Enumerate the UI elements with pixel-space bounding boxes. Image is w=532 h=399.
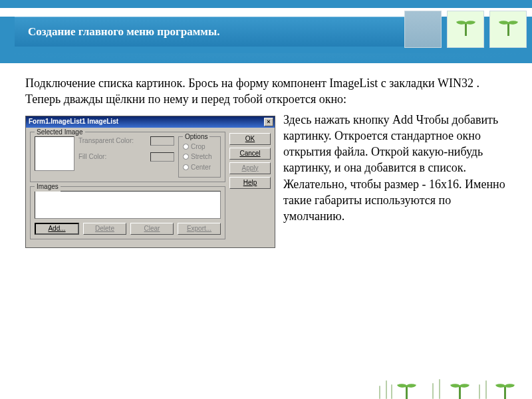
intro-text: Подключение списка картинок. Брось на фо… [25,75,512,108]
option-center[interactable]: Center [183,163,216,172]
title-ribbon: Создание главного меню программы. [15,17,426,47]
option-stretch[interactable]: Stretch [183,152,216,162]
images-list[interactable] [35,191,221,219]
dialog-titlebar[interactable]: Form1.ImageList1 ImageList × [26,116,275,128]
fill-color-label: Fill Color: [78,152,148,162]
export-button: Export... [178,223,221,235]
image-preview [35,136,74,171]
decorative-swirl [0,53,532,63]
delete-button: Delete [83,223,126,235]
imagelist-dialog: Form1.ImageList1 ImageList × Selected Im… [25,116,275,249]
tile-plant-icon [489,11,527,48]
dialog-title: Form1.ImageList1 ImageList [29,117,118,126]
add-button[interactable]: Add... [35,223,79,235]
close-icon[interactable]: × [264,118,273,126]
page-header: Создание главного меню программы. [0,0,532,63]
decorative-tiles [404,11,527,48]
ok-button[interactable]: OK [229,133,271,145]
clear-button: Clear [130,223,174,235]
option-crop[interactable]: Crop [183,142,216,152]
footer-decoration [0,372,532,399]
group-options: Options [183,132,209,142]
cancel-button[interactable]: Cancel [229,148,271,160]
group-selected-image: Selected Image [35,128,85,137]
tile-sky-icon [404,11,442,48]
page-title: Создание главного меню программы. [28,25,219,39]
group-images: Images [35,182,61,192]
help-button[interactable]: Help [229,177,271,189]
apply-button[interactable]: Apply [229,162,271,174]
tile-plant-icon [447,11,484,48]
transparent-color-swatch[interactable] [150,136,174,146]
transparent-color-label: Transparent Color: [78,136,148,146]
page-body: Подключение списка картинок. Брось на фо… [0,63,532,251]
fill-color-swatch[interactable] [150,152,174,162]
